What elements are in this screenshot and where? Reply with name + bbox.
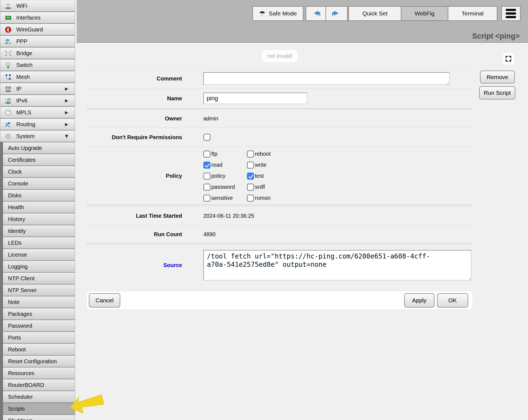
policy-checkbox-row[interactable]: write	[247, 160, 290, 171]
mesh-icon	[4, 73, 12, 81]
sidebar-item[interactable]: Mesh	[0, 71, 75, 83]
policy-checkbox[interactable]	[203, 173, 210, 180]
comment-input[interactable]	[203, 72, 450, 85]
policy-checkbox[interactable]	[247, 161, 254, 169]
policy-checkbox[interactable]	[203, 150, 210, 158]
sidebar-subitem[interactable]: Scripts	[3, 403, 75, 414]
sidebar-subitem[interactable]: Shutdown	[3, 415, 75, 420]
policy-checkbox[interactable]	[203, 184, 210, 191]
name-label: Name	[87, 95, 182, 102]
policy-checkbox-row[interactable]: test	[247, 171, 290, 182]
policy-checkbox[interactable]	[203, 161, 210, 169]
hamburger-menu-button[interactable]	[501, 6, 521, 21]
sidebar-main-menu: WiFi Interfaces WireGuard PPP	[0, 0, 75, 142]
sidebar-subitem[interactable]: Clock	[3, 166, 75, 177]
wireguard-icon	[4, 26, 12, 33]
source-input[interactable]: /tool fetch url="https://hc-ping.com/620…	[203, 250, 471, 281]
sidebar-subitem[interactable]: Identity	[3, 225, 75, 237]
sidebar-item[interactable]: v6 IPv6 ▶	[0, 95, 75, 106]
dont-require-permissions-checkbox[interactable]	[203, 134, 210, 141]
policy-checkbox-row[interactable]: password	[203, 182, 247, 193]
sidebar-subitem[interactable]: Ports	[3, 332, 75, 343]
sidebar-item[interactable]: Interfaces	[0, 12, 75, 23]
sidebar-item[interactable]: Bridge	[0, 47, 75, 59]
undo-button[interactable]	[306, 6, 326, 21]
sidebar-subitem[interactable]: NTP Server	[3, 284, 75, 296]
sidebar-subitem[interactable]: History	[3, 213, 75, 225]
sidebar-subitem-label: Packages	[8, 311, 32, 317]
sidebar-subitem-label: Certificates	[8, 157, 36, 163]
sidebar-item[interactable]: MPLS ▶	[0, 107, 75, 118]
policy-checkbox-row[interactable]: ftp	[203, 149, 247, 160]
sidebar-subitem[interactable]: Reset Configuration	[3, 356, 75, 367]
sidebar-subitem-label: Disks	[8, 192, 22, 199]
sidebar-subitem[interactable]: Disks	[3, 190, 75, 201]
sidebar-subitem-label: Note	[8, 299, 20, 305]
policy-checkbox-label: password	[211, 184, 235, 190]
sidebar-subitem[interactable]: Note	[3, 296, 75, 308]
sidebar-item[interactable]: Routing ▶	[0, 119, 75, 130]
policy-checkbox-row[interactable]: reboot	[247, 149, 290, 160]
sidebar-subitem[interactable]: License	[3, 249, 75, 260]
sidebar-subitem-label: LEDs	[8, 240, 22, 246]
sidebar-subitem[interactable]: Health	[3, 201, 75, 213]
sidebar-subitem[interactable]: Resources	[3, 367, 75, 379]
redo-button[interactable]	[326, 6, 348, 21]
policy-checkbox-row[interactable]: romon	[247, 193, 290, 204]
expand-arrow-icon: ▼	[65, 134, 68, 139]
mpls-icon	[4, 109, 12, 116]
policy-checkbox[interactable]	[247, 195, 254, 202]
safe-mode-button[interactable]: ☂ Safe Mode	[252, 6, 303, 21]
remove-button[interactable]: Remove	[480, 71, 515, 84]
sidebar-subitem[interactable]: Reboot	[3, 344, 75, 355]
policy-checkbox-row[interactable]: sniff	[247, 182, 290, 193]
sidebar-subitem-label: Scripts	[8, 406, 25, 412]
sidebar-subitem[interactable]: Console	[3, 178, 75, 189]
policy-checkbox[interactable]	[247, 184, 254, 191]
sidebar-subitem-label: Reset Configuration	[8, 358, 57, 365]
status-badge: not invalid	[262, 50, 298, 62]
sidebar-subitem[interactable]: Certificates	[3, 154, 75, 166]
run-script-button[interactable]: Run Script	[479, 86, 515, 99]
fullscreen-button[interactable]	[503, 53, 514, 64]
sidebar-item-label: IPv6	[16, 98, 27, 104]
sidebar-item[interactable]: Switch	[0, 59, 75, 71]
policy-checkbox-label: sensitive	[211, 195, 233, 201]
cancel-button[interactable]: Cancel	[89, 293, 120, 308]
policy-checkbox[interactable]	[247, 150, 254, 158]
svg-text:v6: v6	[7, 98, 10, 101]
tab-webfig[interactable]: WebFig	[401, 6, 448, 21]
sidebar-item-label: WiFi	[16, 3, 27, 9]
sidebar-subitem[interactable]: Logging	[3, 261, 75, 272]
policy-checkbox-row[interactable]: sensitive	[203, 193, 247, 204]
policy-checkbox-row[interactable]: policy	[203, 171, 247, 182]
sidebar-subitem[interactable]: Auto Upgrade	[3, 142, 75, 154]
sidebar-subitem[interactable]: NTP Client	[3, 273, 75, 284]
sidebar-subitem[interactable]: Password	[3, 320, 75, 332]
policy-checkbox[interactable]	[203, 195, 210, 202]
sidebar-subitem-label: History	[8, 216, 25, 222]
sidebar-subitem[interactable]: LEDs	[3, 237, 75, 249]
sidebar-subitem-label: Password	[8, 323, 32, 329]
apply-button[interactable]: Apply	[404, 293, 434, 308]
sidebar-item[interactable]: PPP	[0, 36, 75, 47]
sidebar-item[interactable]: WireGuard	[0, 24, 75, 35]
sidebar-item[interactable]: WiFi	[0, 0, 75, 12]
sidebar-item[interactable]: 255 IP ▶	[0, 83, 75, 95]
toolbar: ☂ Safe Mode Quick Set WebFig Terminal	[252, 6, 521, 21]
policy-checkbox[interactable]	[247, 173, 254, 180]
tab-terminal[interactable]: Terminal	[448, 6, 497, 21]
policy-checkbox-row[interactable]: read	[203, 160, 247, 171]
sidebar-subitem[interactable]: Scheduler	[3, 391, 75, 403]
sidebar-item[interactable]: System ▼	[0, 130, 75, 142]
fullscreen-icon	[505, 55, 512, 62]
tab-quick-set[interactable]: Quick Set	[348, 6, 401, 21]
ip-icon: 255	[4, 85, 12, 93]
sidebar-system-submenu: Auto Upgrade Certificates Clock Console …	[2, 142, 75, 420]
name-input[interactable]	[203, 93, 307, 104]
expand-arrow-icon: ▶	[65, 110, 68, 115]
sidebar-subitem[interactable]: RouterBOARD	[3, 379, 75, 391]
last-time-started-label: Last Time Started	[87, 213, 182, 219]
ok-button[interactable]: OK	[437, 293, 468, 308]
sidebar-subitem[interactable]: Packages	[3, 308, 75, 320]
